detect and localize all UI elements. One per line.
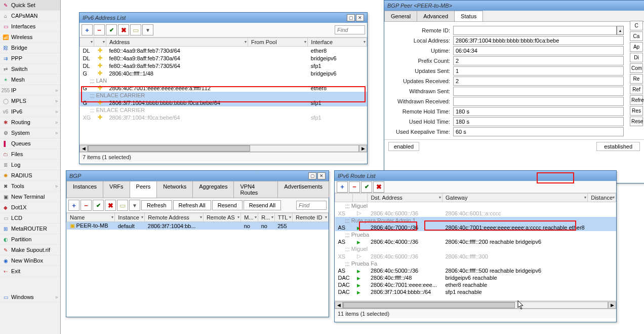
window-title[interactable]: BGP ▢✕ <box>66 171 329 181</box>
sidebar-item[interactable]: ▭Windows▹ <box>0 292 60 303</box>
sidebar-item[interactable]: 🗀Files <box>0 149 60 160</box>
sidebar-item[interactable]: ≣Log <box>0 160 60 170</box>
hscroll[interactable]: ◀▶ <box>79 144 367 152</box>
tab[interactable]: VRFs <box>103 181 130 198</box>
table-row[interactable]: G✚2806:3f7:1004:bbbb:bbbb:bbbb:f0ca:bebe… <box>80 99 367 106</box>
remove-button[interactable]: − <box>94 24 105 35</box>
routes-table[interactable]: Dst. Address▾Gateway▾Distance▾;;; Miguel… <box>335 193 616 295</box>
sidebar-item[interactable]: ▌Queues <box>0 138 60 149</box>
side-button[interactable]: Ref <box>630 85 643 94</box>
resend-all-button[interactable]: Resend All <box>244 200 281 210</box>
refresh-all-button[interactable]: Refresh All <box>173 200 211 210</box>
table-comment[interactable]: ;;; ENLACE CARRIER <box>80 92 367 99</box>
enable-button[interactable]: ✔ <box>93 200 104 211</box>
minimize-icon[interactable]: ▢ <box>347 14 355 21</box>
table-row[interactable]: AS▶2806:40c:4000::/362806:40c:ffff::200 … <box>335 238 616 245</box>
filter-button[interactable]: ▼ <box>142 24 153 35</box>
bgp-tabs[interactable]: InstancesVRFsPeersNetworksAggregatesVPN4… <box>66 181 329 198</box>
tab[interactable]: Advanced <box>417 11 455 21</box>
table-row[interactable]: ▣ PEER-to-MBdefault2806:3f7:1004:bb...no… <box>67 222 329 230</box>
find-input[interactable] <box>296 201 327 210</box>
sidebar-item[interactable]: ✎Make Supout.rif <box>0 245 60 255</box>
filter-button[interactable]: ▼ <box>129 200 140 211</box>
sidebar-item[interactable]: ◆Dot1X <box>0 202 60 213</box>
sidebar-item[interactable]: ⌂CAPsMAN <box>0 11 60 21</box>
sidebar-item[interactable]: ◉New WinBox <box>0 255 60 266</box>
tab[interactable]: General <box>384 11 417 21</box>
close-icon[interactable]: ✕ <box>317 172 326 179</box>
sidebar-item[interactable]: 255IP▹ <box>0 85 60 96</box>
resend-button[interactable]: Resend <box>212 200 243 210</box>
sidebar-item[interactable]: ⚙System▹ <box>0 128 60 138</box>
table-row[interactable]: AS▶2806:40c:5000::/362806:40c:ffff::500 … <box>335 267 616 274</box>
sidebar-item[interactable]: ⊞MetaROUTER <box>0 224 60 234</box>
table-row[interactable]: XS▷2806:40c:6000::/362806:40c:ffff::300 <box>335 252 616 260</box>
sidebar-item[interactable]: ▭LCD <box>0 213 60 224</box>
side-button[interactable]: Di <box>630 53 643 62</box>
disable-button[interactable]: ✖ <box>373 181 384 193</box>
side-button[interactable]: Refre <box>630 95 643 105</box>
table-row[interactable]: AS▶2806:40c:7000::/362806:40c:7001:eeee:… <box>335 224 616 231</box>
tab[interactable]: Status <box>454 11 483 21</box>
window-title[interactable]: IPv6 Route List <box>335 171 616 181</box>
add-button[interactable]: + <box>68 200 79 211</box>
table-row[interactable]: XG✚2806:3f7:1004::f0ca:bebe/64sfp1 <box>80 114 367 121</box>
hscroll[interactable]: ◀▶ <box>335 301 616 309</box>
side-button[interactable]: Ca <box>630 31 643 41</box>
minimize-icon[interactable]: ▢ <box>308 172 316 179</box>
window-title[interactable]: BGP Peer <PEER-to-MB> <box>384 1 644 11</box>
disable-button[interactable]: ✖ <box>118 24 129 35</box>
sidebar-item[interactable]: ⇄Switch <box>0 64 60 75</box>
table-comment[interactable]: ;;; Miguel <box>335 245 616 252</box>
sidebar-item[interactable]: ▭Interfaces <box>0 21 60 32</box>
table-row[interactable]: G✚2806:40c:7001:eeee:eeee:eeee:a:ffff/11… <box>80 84 367 92</box>
sidebar-item[interactable]: ✎Quick Set <box>0 0 60 11</box>
disable-button[interactable]: ✖ <box>105 200 116 211</box>
tab[interactable]: Instances <box>66 181 103 198</box>
table-row[interactable]: DL✚fe80::4aa9:8aff:feb7:730a/64bridgeipv… <box>80 54 367 62</box>
add-button[interactable]: + <box>82 24 93 35</box>
table-comment[interactable]: ;;; ENLACE CARRIER <box>80 106 367 114</box>
find-input[interactable] <box>335 25 365 34</box>
sidebar-item[interactable]: ✶Mesh <box>0 75 60 85</box>
add-button[interactable]: + <box>337 181 348 193</box>
peer-tabs[interactable]: GeneralAdvancedStatus <box>384 11 644 22</box>
enable-button[interactable]: ✔ <box>361 181 372 193</box>
side-button[interactable]: Com <box>630 63 643 73</box>
table-row[interactable]: DL✚fe80::4aa9:8aff:feb7:7305/64sfp1 <box>80 62 367 69</box>
sidebar-item[interactable]: v6IPv6▹ <box>0 106 60 117</box>
side-button[interactable]: Ap <box>630 42 643 52</box>
sidebar-item[interactable]: ⇠Exit <box>0 266 60 277</box>
comment-button[interactable]: ▭ <box>117 200 128 211</box>
side-button[interactable]: C <box>630 21 643 30</box>
close-icon[interactable]: ✕ <box>356 14 364 21</box>
side-button[interactable]: Res <box>630 106 643 116</box>
tab[interactable]: Aggregates <box>192 181 234 198</box>
sidebar-item[interactable]: ◐Partition <box>0 234 60 245</box>
sidebar-item[interactable]: ✱Routing▹ <box>0 117 60 128</box>
side-button[interactable]: Re <box>630 74 643 84</box>
spin-up-icon[interactable]: ▴ <box>617 26 624 35</box>
sidebar-item[interactable]: ⇉PPP <box>0 53 60 64</box>
enable-button[interactable]: ✔ <box>106 24 117 35</box>
sidebar-item[interactable]: ⛓Bridge <box>0 43 60 53</box>
table-row[interactable]: G✚2806:40c:ffff::1/48bridgeipv6 <box>80 69 367 77</box>
table-row[interactable]: DL✚fe80::4aa9:8aff:feb7:730d/64ether8 <box>80 47 367 55</box>
sidebar-item[interactable]: 📶Wireless <box>0 32 60 43</box>
remove-button[interactable]: − <box>349 181 360 193</box>
comment-button[interactable]: ▭ <box>130 24 141 35</box>
sidebar-item[interactable]: ✺RADIUS <box>0 170 60 181</box>
tab[interactable]: VPN4 Routes <box>233 181 278 198</box>
table-comment[interactable]: ;;; Prueba Fa <box>335 260 616 267</box>
window-title[interactable]: IPv6 Address List ▢✕ <box>79 13 367 23</box>
table-row[interactable]: DAC▶2806:40c:ffff::/48bridgeipv6 reachab… <box>335 274 616 281</box>
ipv6-address-table[interactable]: ▾▾Address▾From Pool▾Interface▾DL✚fe80::4… <box>79 38 367 121</box>
sidebar-item[interactable]: ✖Tools▹ <box>0 181 60 192</box>
table-comment[interactable]: ;;; Miguel <box>335 202 616 210</box>
side-button[interactable]: Rese <box>630 117 643 126</box>
table-row[interactable]: DAC▶2806:3f7:1004:bbbb::/64sfp1 reachabl… <box>335 288 616 295</box>
table-row[interactable]: XS▷2806:40c:6000::/362806:40c:6001::a:cc… <box>335 209 616 217</box>
table-row[interactable]: DAC▶2806:40c:7001:eeee:eee...ether8 reac… <box>335 281 616 288</box>
remove-button[interactable]: − <box>80 200 92 211</box>
sidebar-item[interactable]: ◯MPLS▹ <box>0 96 60 106</box>
